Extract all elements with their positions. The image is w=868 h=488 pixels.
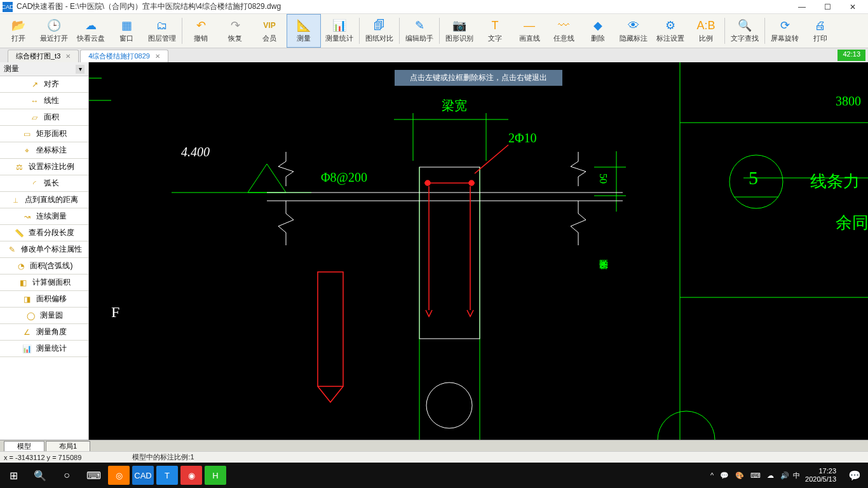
measure-tool-label: 修改单个标注属性 bbox=[21, 244, 82, 255]
measure-tool-item[interactable]: ↝连续测量 bbox=[0, 208, 88, 225]
taskbar-system-icon[interactable]: ⊞ bbox=[0, 463, 27, 488]
taskbar-app-icon[interactable]: ◎ bbox=[108, 466, 130, 485]
doc-tab[interactable]: 4综合楼结施打0829✕ bbox=[80, 50, 168, 62]
dwg-label-3800: 3800 bbox=[836, 94, 861, 109]
status-bar: x = -3143112 y = 715089 模型中的标注比例:1 bbox=[0, 451, 868, 463]
measure-tool-item[interactable]: ⟂点到直线的距离 bbox=[0, 192, 88, 208]
layout-tab[interactable]: 模型 bbox=[4, 441, 44, 451]
toolbar-icon: — bbox=[524, 18, 535, 32]
doc-tab[interactable]: 综合楼打图_t3✕ bbox=[8, 50, 79, 62]
toolbar-最近打开[interactable]: 🕒最近打开 bbox=[36, 14, 72, 48]
toolbar-图形识别[interactable]: 📷图形识别 bbox=[441, 14, 478, 48]
dwg-label-beam-width: 梁宽 bbox=[442, 97, 467, 114]
measure-tool-item[interactable]: ✎修改单个标注属性 bbox=[0, 241, 88, 258]
toolbar-label: 标注设置 bbox=[656, 34, 684, 43]
toolbar-icon: ⟳ bbox=[780, 18, 790, 32]
toolbar-文字查找[interactable]: 🔍文字查找 bbox=[726, 14, 763, 48]
measure-tool-item[interactable]: ◜弧长 bbox=[0, 175, 88, 192]
toolbar-icon: 🗂 bbox=[156, 18, 168, 32]
toolbar-标注设置[interactable]: ⚙标注设置 bbox=[652, 14, 689, 48]
toolbar-屏幕旋转[interactable]: ⟳屏幕旋转 bbox=[766, 14, 803, 48]
toolbar-编辑助手[interactable]: ✎编辑助手 bbox=[401, 14, 438, 48]
toolbar-文字[interactable]: T文字 bbox=[478, 14, 512, 48]
measure-tool-label: 坐标标注 bbox=[36, 145, 67, 156]
toolbar-label: 文字查找 bbox=[731, 34, 759, 43]
measure-tool-item[interactable]: ◨面积偏移 bbox=[0, 291, 88, 308]
toolbar-撤销[interactable]: ↶撤销 bbox=[184, 14, 218, 48]
toolbar-画直线[interactable]: —画直线 bbox=[512, 14, 546, 48]
toolbar-隐藏标注[interactable]: 👁隐藏标注 bbox=[615, 14, 652, 48]
dwg-letter-f: F bbox=[111, 304, 119, 321]
toolbar-label: 画直线 bbox=[519, 34, 540, 43]
toolbar-打开[interactable]: 📂打开 bbox=[1, 14, 36, 48]
measure-tool-item[interactable]: ◔面积(含弧线) bbox=[0, 258, 88, 274]
tray-icon[interactable]: ☁ bbox=[767, 471, 774, 480]
toolbar-测量[interactable]: 📐测量 bbox=[287, 14, 321, 48]
toolbar-测量统计[interactable]: 📊测量统计 bbox=[321, 14, 358, 48]
taskbar-system-icon[interactable]: 🔍 bbox=[27, 463, 53, 488]
dwg-label-line-force: 线条力 bbox=[810, 170, 860, 193]
measure-tool-item[interactable]: ◧计算侧面积 bbox=[0, 274, 88, 291]
tab-close-icon[interactable]: ✕ bbox=[155, 53, 160, 60]
measure-tool-item[interactable]: ↔线性 bbox=[0, 93, 88, 109]
measure-tool-label: 面积偏移 bbox=[36, 294, 67, 304]
tray-icon[interactable]: 🎨 bbox=[735, 471, 744, 480]
taskbar-app-icon[interactable]: T bbox=[156, 466, 178, 485]
measure-tool-item[interactable]: 📏查看分段长度 bbox=[0, 225, 88, 241]
taskbar-system-icon[interactable]: ⌨ bbox=[80, 463, 107, 488]
measure-tool-label: 测量统计 bbox=[36, 343, 67, 354]
svg-line-27 bbox=[475, 145, 508, 173]
toolbar-icon: 🖨 bbox=[815, 18, 826, 32]
tray-icon[interactable]: ^ bbox=[710, 471, 714, 479]
measure-tool-label: 点到直线的距离 bbox=[25, 194, 78, 205]
measure-tool-item[interactable]: ⚖设置标注比例 bbox=[0, 159, 88, 175]
layout-tab[interactable]: 布局1 bbox=[46, 441, 90, 451]
ime-indicator[interactable]: 中 bbox=[793, 471, 800, 480]
toolbar-窗口[interactable]: ▦窗口 bbox=[109, 14, 144, 48]
taskbar-system-icon[interactable]: ○ bbox=[53, 463, 80, 488]
tab-label: 4综合楼结施打0829 bbox=[88, 51, 150, 61]
measure-tool-item[interactable]: ∠测量角度 bbox=[0, 324, 88, 341]
toolbar-快看云盘[interactable]: ☁快看云盘 bbox=[72, 14, 109, 48]
measure-tool-item[interactable]: ▱面积 bbox=[0, 109, 88, 126]
measure-tool-item[interactable]: ▭矩形面积 bbox=[0, 126, 88, 142]
window-maximize[interactable]: ☐ bbox=[815, 0, 840, 14]
toolbar-打印[interactable]: 🖨打印 bbox=[803, 14, 837, 48]
toolbar-图纸对比[interactable]: 🗐图纸对比 bbox=[361, 14, 398, 48]
toolbar-label: 图形识别 bbox=[445, 34, 473, 43]
app-icon: CAD bbox=[3, 2, 13, 12]
taskbar-app-icon[interactable]: ◉ bbox=[180, 466, 202, 485]
drawing-canvas[interactable]: 点击左键或拉框删除标注，点击右键退出 bbox=[89, 62, 868, 440]
toolbar-label: 屏幕旋转 bbox=[771, 34, 799, 43]
measure-tool-label: 设置标注比例 bbox=[29, 161, 74, 172]
toolbar-删除[interactable]: ◆删除 bbox=[581, 14, 615, 48]
notification-icon[interactable]: 💬 bbox=[841, 463, 868, 488]
measure-tool-item[interactable]: ◯测量圆 bbox=[0, 308, 88, 324]
toolbar-icon: ▦ bbox=[121, 18, 132, 32]
panel-close-icon[interactable]: ▾ bbox=[76, 65, 85, 74]
measure-tool-item[interactable]: 📊测量统计 bbox=[0, 341, 88, 357]
window-minimize[interactable]: — bbox=[789, 0, 815, 14]
tab-close-icon[interactable]: ✕ bbox=[65, 53, 71, 60]
measure-tool-item[interactable]: ⌖坐标标注 bbox=[0, 142, 88, 159]
tray-icon[interactable]: 🔊 bbox=[780, 471, 789, 480]
window-close[interactable]: ✕ bbox=[840, 0, 865, 14]
tray-icon[interactable]: ⌨ bbox=[750, 471, 761, 480]
toolbar-恢复[interactable]: ↷恢复 bbox=[218, 14, 252, 48]
toolbar-图层管理[interactable]: 🗂图层管理 bbox=[144, 14, 180, 48]
measure-tool-item[interactable]: ↗对齐 bbox=[0, 76, 88, 93]
measure-tool-icon: ⚖ bbox=[15, 163, 25, 172]
clock-time: 17:23 bbox=[805, 467, 836, 475]
toolbar-icon: 📐 bbox=[297, 18, 311, 32]
tray-icon[interactable]: 💬 bbox=[720, 471, 729, 480]
taskbar-app-icon[interactable]: CAD bbox=[132, 466, 154, 485]
taskbar-app-icon[interactable]: H bbox=[205, 466, 226, 485]
toolbar-比例[interactable]: A:B比例 bbox=[689, 14, 723, 48]
toolbar-任意线[interactable]: 〰任意线 bbox=[546, 14, 581, 48]
taskbar-clock[interactable]: 17:23 2020/5/13 bbox=[805, 467, 836, 484]
measure-tool-icon: 📏 bbox=[15, 229, 25, 238]
toolbar-会员[interactable]: VIP会员 bbox=[252, 14, 287, 48]
measure-tool-icon: ◨ bbox=[22, 295, 32, 304]
taskbar: ⊞🔍○⌨ ◎CADT◉H ^💬🎨⌨☁🔊 中 17:23 2020/5/13 💬 bbox=[0, 463, 868, 488]
panel-header: 测量 ▾ bbox=[0, 62, 88, 76]
